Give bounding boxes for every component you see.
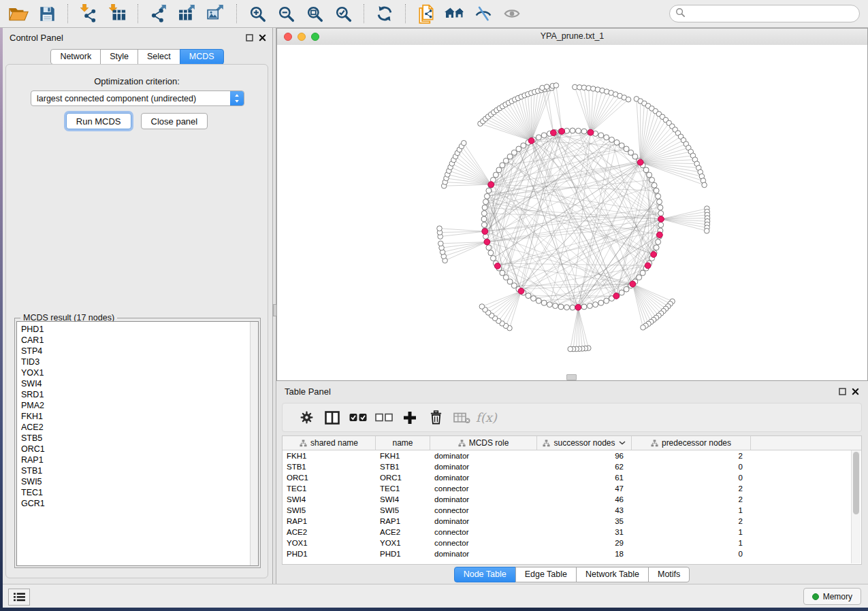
scrollbar-thumb[interactable] [853,452,859,514]
table-cell[interactable]: dominator [430,517,537,525]
table-cell[interactable]: STB1 [376,463,430,471]
table-cell[interactable]: PHD1 [376,550,430,558]
mcds-result-item[interactable]: ORC1 [21,444,258,455]
open-session-button[interactable] [4,2,33,25]
table-cell[interactable]: 1 [632,539,751,547]
table-cell[interactable]: SWI5 [283,506,376,514]
table-row[interactable]: FKH1FKH1dominator962 [283,450,861,461]
import-network-from-file-button[interactable] [74,2,103,25]
table-scrollbar[interactable] [851,450,861,563]
column-header-successor-nodes[interactable]: successor nodes [537,436,632,450]
column-header-MCDS-role[interactable]: MCDS role [430,436,537,450]
mcds-result-item[interactable]: PHD1 [21,324,258,335]
refresh-view-button[interactable] [370,2,399,25]
table-cell[interactable]: 46 [537,495,632,503]
mcds-result-list[interactable]: PHD1CAR1STP4TID3YOX1SWI4SRD1PMA2FKH1ACE2… [16,321,259,566]
tab-motifs[interactable]: Motifs [648,567,690,582]
delete-table-button[interactable] [449,408,475,428]
search-input[interactable] [690,8,854,19]
table-cell[interactable]: dominator [430,495,537,503]
mcds-result-item[interactable]: STP4 [21,346,258,357]
mcds-result-item[interactable]: SWI5 [21,476,258,487]
table-cell[interactable]: FKH1 [283,452,376,460]
table-cell[interactable]: dominator [430,452,537,460]
table-cell[interactable]: TEC1 [376,484,430,493]
table-cell[interactable]: dominator [430,463,537,471]
mcds-result-item[interactable]: STB1 [21,465,258,476]
table-cell[interactable]: TEC1 [283,484,376,493]
table-cell[interactable]: dominator [430,550,537,558]
mcds-result-item[interactable]: RAP1 [21,455,258,465]
table-row[interactable]: YOX1YOX1connector291 [283,538,861,548]
column-header-name[interactable]: name [376,436,430,450]
network-window-titlebar[interactable]: YPA_prune.txt_1 [277,29,867,46]
hide-details-button[interactable] [469,2,498,25]
save-session-button[interactable] [33,2,61,25]
first-neighbors-button[interactable] [440,2,469,25]
task-history-button[interactable] [8,589,30,606]
mcds-result-item[interactable]: SRD1 [21,389,258,400]
export-image-button[interactable] [202,2,230,25]
table-cell[interactable]: connector [430,539,537,547]
table-cell[interactable]: YOX1 [376,539,430,547]
tab-mcds[interactable]: MCDS [180,49,224,65]
table-row[interactable]: RAP1RAP1dominator352 [283,516,861,527]
table-cell[interactable]: 2 [632,495,751,503]
toggle-columns-button[interactable] [319,408,345,428]
horizontal-splitter-grip[interactable] [566,374,577,380]
table-cell[interactable]: 2 [632,452,751,460]
table-settings-button[interactable] [293,408,319,428]
search-box[interactable] [669,5,860,22]
import-table-from-file-button[interactable] [103,2,131,25]
table-cell[interactable]: 29 [537,539,632,547]
network-canvas[interactable] [277,45,867,380]
table-cell[interactable]: 2 [632,484,751,493]
zoom-fit-content-button[interactable] [300,2,329,25]
mcds-result-item[interactable]: STB5 [21,433,258,444]
network-from-document-button[interactable] [412,2,440,25]
table-cell[interactable]: STB1 [283,463,376,471]
mcds-result-item[interactable]: FKH1 [21,411,258,422]
close-panel-icon[interactable] [258,33,266,42]
table-cell[interactable]: RAP1 [283,517,376,525]
delete-column-button[interactable] [423,408,449,428]
table-cell[interactable]: 18 [537,550,632,558]
table-cell[interactable]: connector [430,528,537,536]
table-cell[interactable]: SWI4 [283,495,376,503]
table-cell[interactable]: connector [430,506,537,514]
deselect-all-button[interactable] [371,408,397,428]
mcds-result-item[interactable]: GCR1 [21,498,258,509]
table-cell[interactable]: 1 [632,528,751,536]
table-cell[interactable]: 0 [632,474,751,482]
close-panel-icon[interactable] [851,387,859,395]
mcds-result-item[interactable]: TEC1 [21,487,258,498]
tab-node-table[interactable]: Node Table [454,567,516,582]
table-cell[interactable]: 2 [632,517,751,525]
table-cell[interactable]: 31 [537,528,632,536]
table-cell[interactable]: FKH1 [376,452,430,460]
table-cell[interactable]: SWI4 [376,495,430,503]
table-cell[interactable]: RAP1 [376,517,430,525]
table-cell[interactable]: 62 [537,463,632,471]
column-header-predecessor-nodes[interactable]: predecessor nodes [632,436,751,450]
mcds-result-item[interactable]: YOX1 [21,367,258,378]
network-graph[interactable] [277,45,867,380]
mcds-list-scrollbar[interactable] [250,322,258,565]
table-cell[interactable]: 0 [632,463,751,471]
optimization-criterion-select[interactable]: largest connected component (undirected) [31,90,244,106]
tab-style[interactable]: Style [100,49,138,65]
show-details-button[interactable] [498,2,526,25]
mcds-result-item[interactable]: CAR1 [21,335,258,346]
mcds-result-item[interactable]: SWI4 [21,378,258,389]
close-panel-button[interactable]: Close panel [141,113,208,129]
table-row[interactable]: ORC1ORC1dominator610 [283,472,861,483]
tab-select[interactable]: Select [138,49,180,65]
run-mcds-button[interactable]: Run MCDS [66,113,131,129]
table-row[interactable]: ACE2ACE2connector311 [283,527,861,538]
table-cell[interactable]: ORC1 [376,474,430,482]
table-cell[interactable]: connector [430,484,537,493]
table-cell[interactable]: 61 [537,474,632,482]
add-column-button[interactable] [397,408,423,428]
table-cell[interactable]: PHD1 [283,550,376,558]
table-cell[interactable]: 43 [537,506,632,514]
